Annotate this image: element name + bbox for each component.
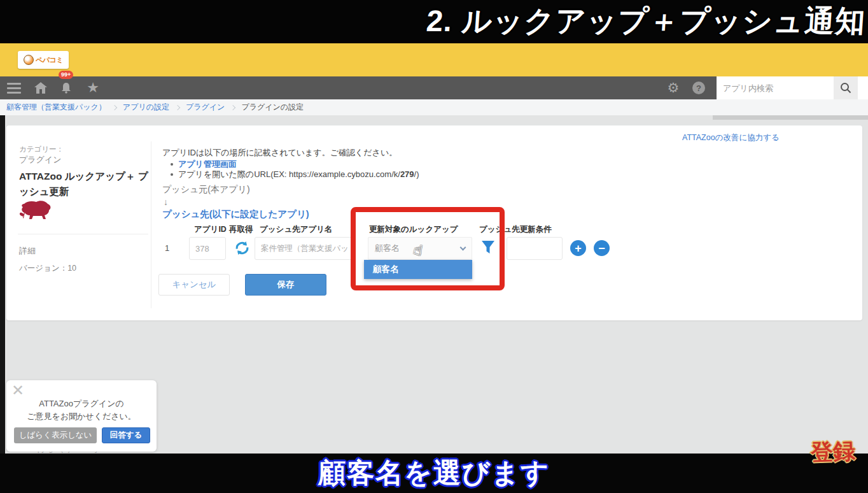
divider	[18, 234, 148, 234]
version-label: バージョン：10	[19, 263, 76, 274]
left-edge-strip	[0, 115, 5, 454]
header-app-id: アプリID	[194, 224, 227, 235]
save-button[interactable]: 保存	[245, 274, 326, 296]
app-url-text: アプリを開いた際のURL(EX: https://example.cybozu.…	[178, 169, 419, 180]
home-icon	[34, 82, 47, 94]
header-condition: プッシュ先更新条件	[479, 224, 552, 235]
search-input[interactable]	[717, 76, 834, 99]
app-id-number: 279	[400, 169, 414, 179]
lookup-option-highlighted[interactable]: 顧客名	[364, 260, 472, 279]
filter-funnel-icon	[481, 240, 495, 255]
vertical-divider	[151, 141, 151, 308]
answer-button[interactable]: 回答する	[102, 427, 150, 443]
home-button[interactable]	[28, 76, 53, 99]
video-title-text: 2. ルックアップ＋プッシュ通知	[425, 1, 867, 41]
video-title-bar: 2. ルックアップ＋プッシュ通知	[0, 0, 868, 43]
favorites-button[interactable]: ★	[79, 76, 107, 99]
subtitle-bar: 顧客名を選びます	[0, 454, 868, 493]
settings-button[interactable]: ⚙	[662, 76, 685, 99]
refetch-button[interactable]	[234, 240, 250, 259]
chevron-right-icon	[230, 104, 235, 110]
remove-row-button[interactable]: −	[594, 240, 610, 256]
breadcrumb-plugin-settings: プラグインの設定	[241, 102, 304, 113]
close-icon[interactable]: ✕	[11, 382, 24, 399]
search-icon	[840, 82, 851, 94]
lookup-select-value: 顧客名	[375, 243, 400, 254]
chevron-right-icon	[175, 104, 180, 110]
bullet-icon	[171, 173, 173, 176]
notification-count-badge: 99+	[59, 71, 73, 79]
popup-text-line2: ご意見をお聞かせください。	[6, 411, 157, 422]
breadcrumb-app[interactable]: 顧客管理（営業支援パック）	[6, 102, 106, 113]
register-stamp: 登録	[810, 436, 856, 468]
question-icon: ?	[692, 82, 705, 94]
app-header: ペパコミ ✉ 小川 喜句	[0, 43, 868, 76]
minus-icon: −	[598, 243, 605, 254]
cancel-button[interactable]: キャンセル	[158, 274, 230, 296]
app-id-instruction: アプリIDは以下の場所に記載されています。ご確認ください。	[162, 147, 397, 159]
lion-icon	[19, 199, 52, 220]
hamburger-menu-button[interactable]	[0, 76, 28, 99]
breadcrumb: 顧客管理（営業支援パック） アプリの設定 プラグイン プラグインの設定	[0, 99, 868, 115]
breadcrumb-app-settings[interactable]: アプリの設定	[123, 102, 169, 113]
plugin-name: ATTAZoo ルックアップ＋ プッシュ更新	[19, 169, 153, 199]
screen: 2. ルックアップ＋プッシュ通知 ペパコミ ✉ 小川 喜句	[0, 0, 868, 493]
condition-filter-button[interactable]	[481, 240, 495, 258]
push-target-link[interactable]: プッシュ先(以下に設定したアプリ)	[162, 208, 309, 220]
bullet-icon	[171, 163, 173, 166]
app-id-input[interactable]	[189, 237, 226, 260]
push-source-label: プッシュ元(本アプリ)	[162, 184, 250, 196]
target-app-name-input[interactable]	[255, 237, 355, 260]
category-label: カテゴリー：	[19, 145, 64, 154]
company-logo[interactable]: ペパコミ	[18, 51, 69, 69]
detail-label: 詳細	[19, 245, 36, 257]
chevron-down-icon	[460, 245, 466, 251]
gear-icon: ⚙	[668, 80, 680, 96]
logo-face-icon	[24, 55, 34, 65]
plugin-settings-panel: ATTAZooの改善に協力する カテゴリー： プラグイン ATTAZoo ルック…	[6, 125, 862, 320]
breadcrumb-plugins[interactable]: プラグイン	[186, 102, 225, 113]
app-search	[717, 76, 858, 99]
dismiss-button[interactable]: しばらく表示しない	[14, 427, 97, 443]
help-button[interactable]: ?	[689, 76, 709, 99]
header-refetch: 再取得	[229, 224, 253, 235]
refresh-icon	[234, 240, 250, 256]
star-icon: ★	[87, 80, 99, 96]
bullet-app-url: アプリを開いた際のURL(EX: https://example.cybozu.…	[171, 169, 419, 180]
logo-text: ペパコミ	[36, 55, 63, 65]
improve-attazoo-link[interactable]: ATTAZooの改善に協力する	[682, 132, 780, 143]
down-arrow: ↓	[164, 197, 168, 207]
header-app-name: プッシュ先アプリ名	[260, 224, 333, 235]
nav-right-spacer	[858, 76, 868, 99]
plus-icon: +	[575, 243, 582, 254]
update-condition-input[interactable]	[507, 237, 563, 260]
search-button[interactable]	[834, 76, 858, 99]
row-index: 1	[165, 243, 169, 253]
add-row-button[interactable]: +	[570, 240, 586, 256]
subtitle-text: 顧客名を選びます	[0, 455, 868, 492]
feedback-popup: ✕ ATTAZooプラグインの ご意見をお聞かせください。 しばらく表示しない …	[6, 380, 157, 452]
chevron-right-icon	[112, 104, 117, 110]
popup-text-line1: ATTAZooプラグインの	[6, 398, 157, 410]
bell-icon	[60, 82, 72, 94]
notifications-button[interactable]: 99+	[53, 76, 79, 99]
category-value: プラグイン	[19, 154, 62, 166]
header-lookup: 更新対象のルックアップ	[369, 224, 458, 235]
